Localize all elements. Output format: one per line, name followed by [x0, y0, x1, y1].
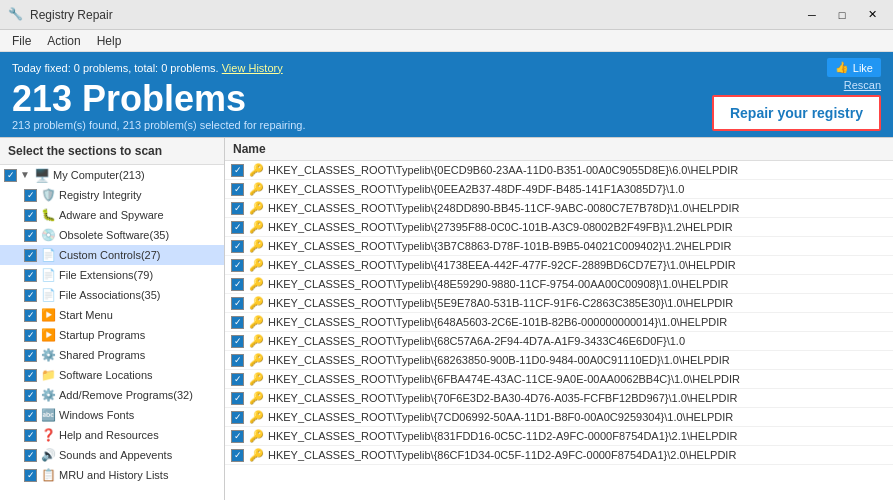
- tree-checkbox[interactable]: ✓: [24, 449, 37, 462]
- tree-checkbox[interactable]: ✓: [24, 289, 37, 302]
- table-row[interactable]: ✓🔑HKEY_CLASSES_ROOT\Typelib\{248DD890-BB…: [225, 199, 893, 218]
- table-row[interactable]: ✓🔑HKEY_CLASSES_ROOT\Typelib\{48E59290-98…: [225, 275, 893, 294]
- registry-list: ✓🔑HKEY_CLASSES_ROOT\Typelib\{0ECD9B60-23…: [225, 161, 893, 465]
- reg-checkbox[interactable]: ✓: [231, 373, 244, 386]
- tree-item-label: File Associations(35): [59, 289, 161, 301]
- right-panel-header: Name: [225, 138, 893, 161]
- view-history-link[interactable]: View History: [222, 62, 283, 74]
- table-row[interactable]: ✓🔑HKEY_CLASSES_ROOT\Typelib\{70F6E3D2-BA…: [225, 389, 893, 408]
- registry-icon: 🔑: [248, 333, 264, 349]
- reg-checkbox[interactable]: ✓: [231, 335, 244, 348]
- tree-checkbox[interactable]: ✓: [24, 249, 37, 262]
- table-row[interactable]: ✓🔑HKEY_CLASSES_ROOT\Typelib\{5E9E78A0-53…: [225, 294, 893, 313]
- tree-item[interactable]: ✓📄Custom Controls(27): [0, 245, 224, 265]
- rescan-link[interactable]: Rescan: [844, 79, 881, 91]
- tree-item[interactable]: ✓▶️Start Menu: [0, 305, 224, 325]
- table-row[interactable]: ✓🔑HKEY_CLASSES_ROOT\Typelib\{68263850-90…: [225, 351, 893, 370]
- registry-icon: 🔑: [248, 257, 264, 273]
- tree-checkbox[interactable]: ✓: [24, 349, 37, 362]
- table-row[interactable]: ✓🔑HKEY_CLASSES_ROOT\Typelib\{648A5603-2C…: [225, 313, 893, 332]
- tree-checkbox[interactable]: ✓: [24, 309, 37, 322]
- tree-item-label: Registry Integrity: [59, 189, 142, 201]
- table-row[interactable]: ✓🔑HKEY_CLASSES_ROOT\Typelib\{41738EEA-44…: [225, 256, 893, 275]
- tree-checkbox[interactable]: ✓: [24, 389, 37, 402]
- minimize-button[interactable]: ─: [799, 6, 825, 24]
- left-panel: Select the sections to scan ✓▼🖥️My Compu…: [0, 138, 225, 500]
- tree-item[interactable]: ✓📁Software Locations: [0, 365, 224, 385]
- table-row[interactable]: ✓🔑HKEY_CLASSES_ROOT\Typelib\{6FBA474E-43…: [225, 370, 893, 389]
- registry-path: HKEY_CLASSES_ROOT\Typelib\{6FBA474E-43AC…: [268, 373, 740, 385]
- menu-help[interactable]: Help: [89, 32, 130, 50]
- registry-icon: 🔑: [248, 238, 264, 254]
- left-panel-title: Select the sections to scan: [0, 138, 224, 165]
- reg-checkbox[interactable]: ✓: [231, 449, 244, 462]
- reg-checkbox[interactable]: ✓: [231, 183, 244, 196]
- registry-icon: 🔑: [248, 352, 264, 368]
- reg-checkbox[interactable]: ✓: [231, 164, 244, 177]
- tree-checkbox[interactable]: ✓: [24, 189, 37, 202]
- tree-item[interactable]: ✓⚙️Shared Programs: [0, 345, 224, 365]
- tree-checkbox[interactable]: ✓: [24, 229, 37, 242]
- table-row[interactable]: ✓🔑HKEY_CLASSES_ROOT\Typelib\{0ECD9B60-23…: [225, 161, 893, 180]
- reg-checkbox[interactable]: ✓: [231, 297, 244, 310]
- tree-item[interactable]: ✓📄File Extensions(79): [0, 265, 224, 285]
- table-row[interactable]: ✓🔑HKEY_CLASSES_ROOT\Typelib\{3B7C8863-D7…: [225, 237, 893, 256]
- like-button[interactable]: 👍 Like: [827, 58, 881, 77]
- tree-item-label: Help and Resources: [59, 429, 159, 441]
- gear-icon: ⚙️: [40, 347, 56, 363]
- tree-item[interactable]: ✓🔊Sounds and Appevents: [0, 445, 224, 465]
- tree-item[interactable]: ✓🛡️Registry Integrity: [0, 185, 224, 205]
- tree-checkbox[interactable]: ✓: [24, 269, 37, 282]
- reg-checkbox[interactable]: ✓: [231, 278, 244, 291]
- disk-icon: 💿: [40, 227, 56, 243]
- registry-path: HKEY_CLASSES_ROOT\Typelib\{41738EEA-442F…: [268, 259, 736, 271]
- sound-icon: 🔊: [40, 447, 56, 463]
- tree-checkbox[interactable]: ✓: [4, 169, 17, 182]
- computer-icon: 🖥️: [34, 167, 50, 183]
- registry-path: HKEY_CLASSES_ROOT\Typelib\{831FDD16-0C5C…: [268, 430, 738, 442]
- reg-checkbox[interactable]: ✓: [231, 392, 244, 405]
- registry-icon: 🔑: [248, 371, 264, 387]
- tree-checkbox[interactable]: ✓: [24, 429, 37, 442]
- reg-checkbox[interactable]: ✓: [231, 316, 244, 329]
- folder-icon: 📁: [40, 367, 56, 383]
- tree-item[interactable]: ✓⚙️Add/Remove Programs(32): [0, 385, 224, 405]
- table-row[interactable]: ✓🔑HKEY_CLASSES_ROOT\Typelib\{86CF1D34-0C…: [225, 446, 893, 465]
- file-icon: 📄: [40, 247, 56, 263]
- reg-checkbox[interactable]: ✓: [231, 221, 244, 234]
- registry-path: HKEY_CLASSES_ROOT\Typelib\{0ECD9B60-23AA…: [268, 164, 738, 176]
- tree-checkbox[interactable]: ✓: [24, 329, 37, 342]
- expand-icon[interactable]: ▼: [20, 169, 32, 181]
- table-row[interactable]: ✓🔑HKEY_CLASSES_ROOT\Typelib\{831FDD16-0C…: [225, 427, 893, 446]
- tree-checkbox[interactable]: ✓: [24, 409, 37, 422]
- close-button[interactable]: ✕: [859, 6, 885, 24]
- reg-checkbox[interactable]: ✓: [231, 411, 244, 424]
- menu-file[interactable]: File: [4, 32, 39, 50]
- tree-checkbox[interactable]: ✓: [24, 469, 37, 482]
- tree-checkbox[interactable]: ✓: [24, 369, 37, 382]
- tree-item[interactable]: ✓❓Help and Resources: [0, 425, 224, 445]
- header-top: Today fixed: 0 problems, total: 0 proble…: [12, 58, 881, 77]
- menu-action[interactable]: Action: [39, 32, 88, 50]
- table-row[interactable]: ✓🔑HKEY_CLASSES_ROOT\Typelib\{7CD06992-50…: [225, 408, 893, 427]
- table-row[interactable]: ✓🔑HKEY_CLASSES_ROOT\Typelib\{0EEA2B37-48…: [225, 180, 893, 199]
- tree-item[interactable]: ✓▶️Startup Programs: [0, 325, 224, 345]
- registry-icon: 🔑: [248, 447, 264, 463]
- table-row[interactable]: ✓🔑HKEY_CLASSES_ROOT\Typelib\{27395F88-0C…: [225, 218, 893, 237]
- table-row[interactable]: ✓🔑HKEY_CLASSES_ROOT\Typelib\{68C57A6A-2F…: [225, 332, 893, 351]
- tree-item[interactable]: ✓💿Obsolete Software(35): [0, 225, 224, 245]
- tree-item[interactable]: ✓📋MRU and History Lists: [0, 465, 224, 485]
- reg-checkbox[interactable]: ✓: [231, 202, 244, 215]
- reg-checkbox[interactable]: ✓: [231, 259, 244, 272]
- maximize-button[interactable]: □: [829, 6, 855, 24]
- problems-row: 213 Problems 213 problem(s) found, 213 p…: [12, 79, 881, 137]
- tree-item[interactable]: ✓▼🖥️My Computer(213): [0, 165, 224, 185]
- tree-item[interactable]: ✓🐛Adware and Spyware: [0, 205, 224, 225]
- tree-item[interactable]: ✓📄File Associations(35): [0, 285, 224, 305]
- tree-checkbox[interactable]: ✓: [24, 209, 37, 222]
- reg-checkbox[interactable]: ✓: [231, 354, 244, 367]
- repair-button[interactable]: Repair your registry: [712, 95, 881, 131]
- reg-checkbox[interactable]: ✓: [231, 240, 244, 253]
- tree-item[interactable]: ✓🔤Windows Fonts: [0, 405, 224, 425]
- reg-checkbox[interactable]: ✓: [231, 430, 244, 443]
